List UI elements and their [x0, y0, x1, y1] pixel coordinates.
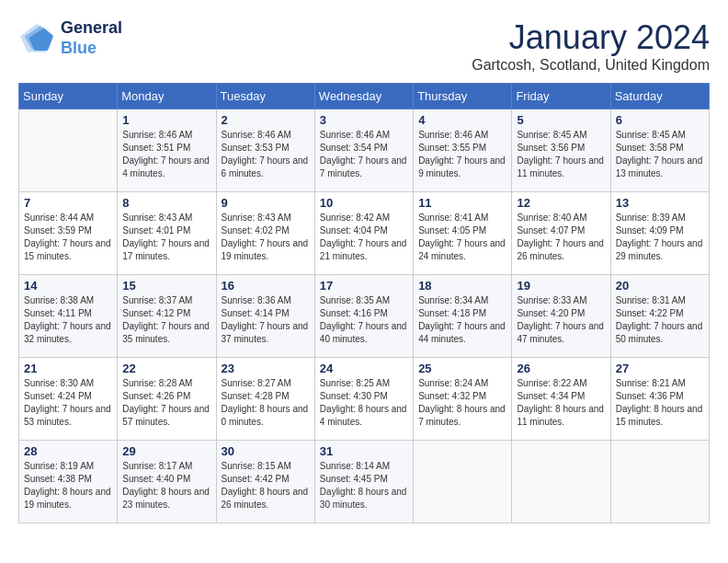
- day-number: 12: [517, 196, 605, 210]
- day-info: Sunrise: 8:19 AMSunset: 4:38 PMDaylight:…: [24, 460, 112, 511]
- day-number: 22: [122, 362, 210, 375]
- logo-text: General Blue: [61, 18, 122, 58]
- calendar-cell: 1Sunrise: 8:46 AMSunset: 3:51 PMDaylight…: [118, 109, 216, 192]
- calendar-cell: 22Sunrise: 8:28 AMSunset: 4:26 PMDayligh…: [118, 358, 216, 441]
- day-info: Sunrise: 8:25 AMSunset: 4:30 PMDaylight:…: [320, 377, 408, 429]
- day-number: 9: [222, 196, 310, 210]
- calendar-cell: 6Sunrise: 8:45 AMSunset: 3:58 PMDaylight…: [610, 109, 709, 192]
- day-info: Sunrise: 8:35 AMSunset: 4:16 PMDaylight:…: [320, 294, 408, 346]
- calendar-cell: 10Sunrise: 8:42 AMSunset: 4:04 PMDayligh…: [314, 192, 413, 275]
- weekday-header: Thursday: [414, 84, 512, 109]
- day-info: Sunrise: 8:38 AMSunset: 4:11 PMDaylight:…: [24, 294, 112, 346]
- day-number: 19: [517, 279, 605, 293]
- day-info: Sunrise: 8:17 AMSunset: 4:40 PMDaylight:…: [122, 460, 210, 511]
- calendar-week-row: 28Sunrise: 8:19 AMSunset: 4:38 PMDayligh…: [19, 441, 710, 523]
- calendar-cell: 11Sunrise: 8:41 AMSunset: 4:05 PMDayligh…: [414, 192, 512, 275]
- title-block: January 2024 Gartcosh, Scotland, United …: [472, 18, 710, 74]
- calendar-cell: 19Sunrise: 8:33 AMSunset: 4:20 PMDayligh…: [512, 275, 610, 358]
- day-number: 21: [24, 362, 112, 375]
- day-number: 29: [122, 444, 210, 458]
- day-number: 10: [320, 196, 408, 210]
- calendar-cell: 12Sunrise: 8:40 AMSunset: 4:07 PMDayligh…: [512, 192, 610, 275]
- calendar-cell: 7Sunrise: 8:44 AMSunset: 3:59 PMDaylight…: [19, 192, 118, 275]
- day-number: 3: [320, 113, 408, 127]
- logo: General Blue: [18, 18, 122, 58]
- day-number: 26: [517, 362, 605, 375]
- day-number: 14: [24, 279, 112, 293]
- calendar-cell: [19, 109, 118, 192]
- day-number: 20: [616, 279, 704, 293]
- calendar-week-row: 21Sunrise: 8:30 AMSunset: 4:24 PMDayligh…: [19, 358, 710, 441]
- day-info: Sunrise: 8:21 AMSunset: 4:36 PMDaylight:…: [616, 377, 704, 429]
- calendar-cell: 31Sunrise: 8:14 AMSunset: 4:45 PMDayligh…: [314, 441, 413, 523]
- day-info: Sunrise: 8:46 AMSunset: 3:53 PMDaylight:…: [222, 129, 310, 180]
- calendar-cell: 9Sunrise: 8:43 AMSunset: 4:02 PMDaylight…: [216, 192, 314, 275]
- calendar-cell: [414, 441, 512, 523]
- day-number: 11: [418, 196, 506, 210]
- day-info: Sunrise: 8:42 AMSunset: 4:04 PMDaylight:…: [320, 212, 408, 263]
- calendar-cell: 2Sunrise: 8:46 AMSunset: 3:53 PMDaylight…: [216, 109, 314, 192]
- calendar-cell: 17Sunrise: 8:35 AMSunset: 4:16 PMDayligh…: [314, 275, 413, 358]
- calendar-cell: 25Sunrise: 8:24 AMSunset: 4:32 PMDayligh…: [414, 358, 512, 441]
- day-number: 7: [24, 196, 112, 210]
- calendar-cell: 21Sunrise: 8:30 AMSunset: 4:24 PMDayligh…: [19, 358, 118, 441]
- day-info: Sunrise: 8:31 AMSunset: 4:22 PMDaylight:…: [616, 294, 704, 346]
- day-info: Sunrise: 8:28 AMSunset: 4:26 PMDaylight:…: [122, 377, 210, 429]
- day-info: Sunrise: 8:37 AMSunset: 4:12 PMDaylight:…: [122, 294, 210, 346]
- day-info: Sunrise: 8:41 AMSunset: 4:05 PMDaylight:…: [418, 212, 506, 263]
- location: Gartcosh, Scotland, United Kingdom: [472, 57, 710, 74]
- calendar-cell: [512, 441, 610, 523]
- day-number: 31: [320, 444, 408, 458]
- calendar-cell: 18Sunrise: 8:34 AMSunset: 4:18 PMDayligh…: [414, 275, 512, 358]
- calendar-cell: 3Sunrise: 8:46 AMSunset: 3:54 PMDaylight…: [314, 109, 413, 192]
- day-number: 2: [222, 113, 310, 127]
- calendar-cell: 13Sunrise: 8:39 AMSunset: 4:09 PMDayligh…: [610, 192, 709, 275]
- day-info: Sunrise: 8:45 AMSunset: 3:56 PMDaylight:…: [517, 129, 605, 180]
- day-number: 6: [616, 113, 704, 127]
- day-info: Sunrise: 8:24 AMSunset: 4:32 PMDaylight:…: [418, 377, 506, 429]
- day-info: Sunrise: 8:36 AMSunset: 4:14 PMDaylight:…: [222, 294, 310, 346]
- day-info: Sunrise: 8:33 AMSunset: 4:20 PMDaylight:…: [517, 294, 605, 346]
- day-number: 25: [418, 362, 506, 375]
- calendar-cell: [610, 441, 709, 523]
- day-number: 30: [222, 444, 310, 458]
- day-info: Sunrise: 8:43 AMSunset: 4:02 PMDaylight:…: [222, 212, 310, 263]
- day-number: 23: [222, 362, 310, 375]
- weekday-header-row: SundayMondayTuesdayWednesdayThursdayFrid…: [19, 84, 710, 109]
- calendar-cell: 30Sunrise: 8:15 AMSunset: 4:42 PMDayligh…: [216, 441, 314, 523]
- day-info: Sunrise: 8:46 AMSunset: 3:55 PMDaylight:…: [418, 129, 506, 180]
- calendar-cell: 4Sunrise: 8:46 AMSunset: 3:55 PMDaylight…: [414, 109, 512, 192]
- calendar-cell: 20Sunrise: 8:31 AMSunset: 4:22 PMDayligh…: [610, 275, 709, 358]
- calendar-cell: 5Sunrise: 8:45 AMSunset: 3:56 PMDaylight…: [512, 109, 610, 192]
- day-info: Sunrise: 8:22 AMSunset: 4:34 PMDaylight:…: [517, 377, 605, 429]
- day-number: 18: [418, 279, 506, 293]
- weekday-header: Friday: [512, 84, 610, 109]
- day-number: 27: [616, 362, 704, 375]
- calendar-cell: 24Sunrise: 8:25 AMSunset: 4:30 PMDayligh…: [314, 358, 413, 441]
- calendar-cell: 8Sunrise: 8:43 AMSunset: 4:01 PMDaylight…: [118, 192, 216, 275]
- day-number: 28: [24, 444, 112, 458]
- calendar-cell: 16Sunrise: 8:36 AMSunset: 4:14 PMDayligh…: [216, 275, 314, 358]
- day-number: 5: [517, 113, 605, 127]
- calendar-cell: 28Sunrise: 8:19 AMSunset: 4:38 PMDayligh…: [19, 441, 118, 523]
- weekday-header: Monday: [118, 84, 216, 109]
- weekday-header: Sunday: [19, 84, 118, 109]
- day-number: 24: [320, 362, 408, 375]
- calendar-cell: 29Sunrise: 8:17 AMSunset: 4:40 PMDayligh…: [118, 441, 216, 523]
- calendar-cell: 15Sunrise: 8:37 AMSunset: 4:12 PMDayligh…: [118, 275, 216, 358]
- day-info: Sunrise: 8:44 AMSunset: 3:59 PMDaylight:…: [24, 212, 112, 263]
- calendar-cell: 23Sunrise: 8:27 AMSunset: 4:28 PMDayligh…: [216, 358, 314, 441]
- calendar-cell: 14Sunrise: 8:38 AMSunset: 4:11 PMDayligh…: [19, 275, 118, 358]
- calendar-cell: 27Sunrise: 8:21 AMSunset: 4:36 PMDayligh…: [610, 358, 709, 441]
- day-number: 15: [122, 279, 210, 293]
- logo-icon: [18, 22, 55, 54]
- day-info: Sunrise: 8:27 AMSunset: 4:28 PMDaylight:…: [222, 377, 310, 429]
- calendar-table: SundayMondayTuesdayWednesdayThursdayFrid…: [18, 83, 710, 523]
- day-info: Sunrise: 8:40 AMSunset: 4:07 PMDaylight:…: [517, 212, 605, 263]
- calendar-week-row: 14Sunrise: 8:38 AMSunset: 4:11 PMDayligh…: [19, 275, 710, 358]
- day-info: Sunrise: 8:15 AMSunset: 4:42 PMDaylight:…: [222, 460, 310, 511]
- day-number: 17: [320, 279, 408, 293]
- day-number: 4: [418, 113, 506, 127]
- page-header: General Blue January 2024 Gartcosh, Scot…: [18, 18, 710, 74]
- month-title: January 2024: [472, 18, 710, 57]
